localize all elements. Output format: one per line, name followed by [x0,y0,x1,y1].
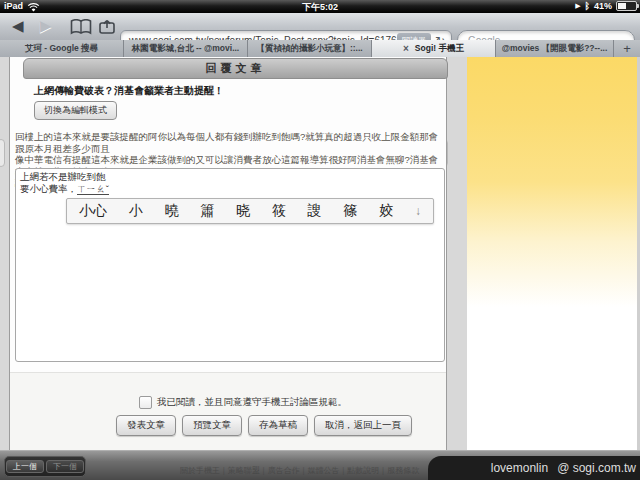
next-field-button[interactable]: 下一個 [46,460,84,473]
left-scroll-indicator [0,139,5,167]
bookmarks-icon[interactable] [70,19,92,35]
battery-icon [616,1,637,11]
tab-atmovies[interactable]: @movies 【開眼電影??--... [496,40,614,57]
share-icon[interactable] [98,19,118,35]
forward-button[interactable]: ▶ [40,17,52,35]
ime-candidate-bar: 小心 小 曉 簫 晓 筱 謏 篠 姣 ↓ [66,198,434,224]
tab-google-search[interactable]: 艾珂 - Google 搜尋 [0,40,124,57]
ime-candidate[interactable]: 小心 [79,202,107,220]
ime-more-arrow-icon[interactable]: ↓ [415,204,421,218]
tab-movie-theater[interactable]: 林園電影城,台北 -- @movi... [124,40,248,57]
save-draft-button[interactable]: 存為草稿 [248,415,308,436]
ime-candidate[interactable]: 簫 [200,202,214,220]
browser-toolbar: ◀ ▶ www.sogi.com.tw/newforum/Topic_Post.… [0,13,640,41]
new-tab-button[interactable]: + [614,40,640,57]
tab-photography[interactable]: 【質禎禎的攝影小玩意】::... [248,40,372,57]
agreement-checkbox[interactable] [139,396,152,409]
textarea-line1: 上網若不是辦吃到飽 [20,171,440,183]
tab-bar: 艾珂 - Google 搜尋 林園電影城,台北 -- @movi... 【質禎禎… [0,40,640,58]
ime-candidate[interactable]: 小 [129,202,143,220]
forum-reply-panel: 回覆文章 上網傳輸費破表？消基會籲業者主動提醒！ 切換為編輯模式 回樓上的這本來… [9,57,447,450]
previous-field-button[interactable]: 上一個 [6,460,44,473]
battery-percent: 41% [594,1,612,11]
textarea-line2: 要小心費率，ㄒㄧㄠˇ [20,183,440,195]
back-button[interactable]: ◀ [12,17,24,35]
tab-close-icon[interactable]: × [403,45,409,53]
ime-candidate[interactable]: 晓 [236,202,250,220]
ime-candidate[interactable]: 謏 [308,202,322,220]
ime-candidate[interactable]: 曉 [165,202,179,220]
watermark-overlay: lovemonlin @ sogi.com.tw [428,456,640,480]
preview-post-button[interactable]: 預覽文章 [182,415,242,436]
topic-headline: 上網傳輸費破表？消基會籲業者主動提醒！ [34,84,224,98]
status-bar: iPad 下午5:02 ▶ ᛒ 41% [0,0,640,13]
ime-candidate[interactable]: 筱 [272,202,286,220]
cancel-return-button[interactable]: 取消，返回上一頁 [314,415,412,436]
right-yellow-panel [467,57,637,450]
page-title: 回覆文章 [23,58,448,79]
watermark-site: @ sogi.com.tw [557,461,636,475]
agreement-label: 我已閱讀，並且同意遵守手機王討論區規範。 [157,396,347,409]
ime-candidate[interactable]: 篠 [343,202,357,220]
toggle-edit-mode-button[interactable]: 切換為編輯模式 [34,101,117,120]
ime-candidate[interactable]: 姣 [379,202,393,220]
watermark-user: lovemonlin [491,461,548,475]
site-footer-links: 關於手機王｜策略聯盟｜廣告合作｜媒體公告｜點數說明｜服務條款 [180,465,419,476]
submit-post-button[interactable]: 發表文章 [116,415,176,436]
play-icon: ▶ [575,2,580,10]
ipad-safari-screen: iPad 下午5:02 ▶ ᛒ 41% ◀ ▶ [0,0,640,480]
form-assistant: 上一個 下一個 [4,456,86,477]
tab-sogi-active[interactable]: × Sogi! 手機王 [372,40,496,57]
ime-composing-text: ㄒㄧㄠˇ [77,183,109,195]
form-footer-area: 我已閱讀，並且同意遵守手機王討論區規範。 發表文章 預覽文章 存為草稿 取消，返… [10,373,446,450]
reply-textarea[interactable]: 上網若不是辦吃到飽 要小心費率，ㄒㄧㄠˇ 小心 小 曉 簫 晓 筱 謏 篠 姣 … [15,168,445,362]
bluetooth-icon: ᛒ [585,1,590,11]
